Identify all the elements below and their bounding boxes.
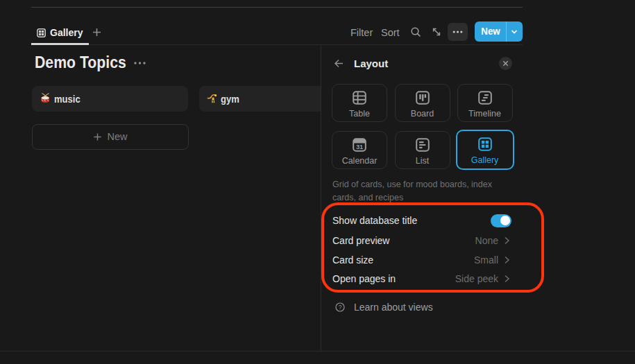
svg-text:31: 31 [356,143,363,150]
svg-text:?: ? [339,304,342,311]
